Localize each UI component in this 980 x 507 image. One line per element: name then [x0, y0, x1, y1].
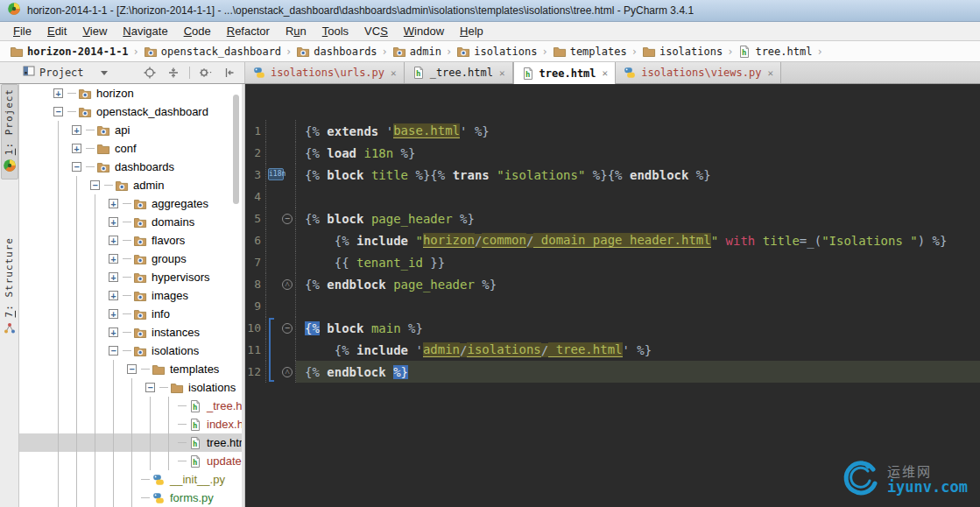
menu-refactor[interactable]: Refactor [219, 23, 278, 39]
breadcrumb-item-openstack_dashboard[interactable]: openstack_dashboard [141, 44, 284, 60]
fold-end-icon[interactable]: ˄ [282, 279, 293, 290]
breadcrumb-item-isolations[interactable]: isolations [454, 44, 539, 60]
settings-gear-button[interactable] [196, 64, 215, 81]
menu-edit[interactable]: Edit [39, 23, 74, 39]
tree-item-aggregates[interactable]: +aggregates [19, 194, 242, 213]
html-icon: h [188, 454, 202, 468]
tree-indent-guide [49, 213, 67, 231]
tree-item-isolations[interactable]: −isolations [19, 378, 242, 397]
menu-help[interactable]: Help [452, 23, 491, 39]
tree-item-hypervisors[interactable]: +hypervisors [19, 268, 242, 286]
breadcrumb-item-dashboards[interactable]: dashboards [293, 44, 379, 60]
tree-indent-guide [168, 415, 169, 433]
breadcrumb-item-admin[interactable]: admin [390, 44, 444, 60]
tree-item-instances[interactable]: +instances [19, 323, 242, 342]
menu-tools[interactable]: Tools [314, 23, 356, 39]
tree-item-updatehos[interactable]: hupdateHos [19, 452, 242, 470]
hide-panel-button[interactable] [220, 64, 239, 81]
tree-item-_tree-html[interactable]: h_tree.html [19, 397, 242, 415]
menu-file[interactable]: File [5, 23, 39, 39]
menu-run[interactable]: Run [278, 23, 314, 39]
menu-window[interactable]: Window [396, 23, 452, 39]
tree-item-horizon[interactable]: +horizon [19, 84, 242, 102]
stripe-tab-structure[interactable]: 7: Structure [1, 234, 18, 341]
fold-end-icon[interactable]: ˄ [282, 367, 293, 377]
code-text[interactable]: {% block main %} [296, 317, 980, 339]
tree-item-__init__-py[interactable]: __init__.py [19, 470, 242, 489]
editor-tab-_tree-html[interactable]: h_tree.html✕ [405, 62, 513, 83]
code-text[interactable]: {% load i18n %} [296, 142, 980, 164]
gutter-cell [266, 251, 296, 273]
collapse-toggle[interactable]: − [145, 383, 155, 392]
tree-scrollbar-thumb[interactable] [233, 95, 239, 204]
tree-item-templates[interactable]: −templates [19, 360, 242, 378]
editor-tab-isolations-views-py[interactable]: isolations\views.py✕ [616, 62, 781, 83]
fold-start-icon[interactable]: − [282, 323, 293, 334]
breadcrumb-item-horizon-2014-1-1[interactable]: horizon-2014-1-1 [7, 44, 131, 60]
tree-item-groups[interactable]: +groups [19, 250, 242, 268]
breadcrumb-item-isolations[interactable]: isolations [639, 44, 725, 60]
expand-toggle[interactable]: + [109, 291, 118, 300]
code-text[interactable] [296, 295, 980, 317]
code-text[interactable]: {% block title %}{% trans "isolations" %… [296, 164, 980, 186]
code-text[interactable]: {% include 'admin/isolations/_tree.html'… [296, 339, 980, 361]
expand-toggle[interactable]: + [72, 144, 81, 153]
code-text[interactable]: {% endblock page_header %} [296, 273, 980, 295]
menu-view[interactable]: View [74, 23, 115, 39]
i18n-gutter-icon[interactable]: i18n [268, 168, 284, 180]
collapse-toggle[interactable]: − [127, 364, 137, 374]
tree-item-flavors[interactable]: +flavors [19, 231, 242, 250]
tree-item-images[interactable]: +images [19, 286, 242, 305]
code-text[interactable]: {% endblock %} [296, 361, 980, 383]
stripe-tab-project[interactable]: 1: Project [1, 84, 18, 180]
tree-item-label: openstack_dashboard [96, 105, 208, 118]
tree-item-dashboards[interactable]: −dashboards [19, 158, 242, 176]
tree-item-openstack_dashboard[interactable]: −openstack_dashboard [19, 102, 242, 121]
tree-indent-guide [67, 489, 86, 507]
collapse-toggle[interactable]: − [109, 346, 118, 356]
tree-item-info[interactable]: +info [19, 305, 242, 323]
breadcrumb-item-tree-html[interactable]: htree.html [735, 44, 814, 60]
tree-item-api[interactable]: +api [19, 121, 242, 139]
code-text[interactable]: {{ tenant_id }} [296, 251, 980, 273]
tree-item-forms-py[interactable]: forms.py [19, 489, 242, 507]
expand-toggle[interactable]: + [109, 217, 118, 227]
tab-close-icon[interactable]: ✕ [391, 67, 397, 79]
editor-tab-tree-html[interactable]: htree.html✕ [513, 62, 617, 84]
fold-start-icon[interactable]: − [282, 214, 293, 224]
expand-toggle[interactable]: + [53, 88, 63, 98]
locate-file-button[interactable] [140, 64, 159, 81]
expand-toggle[interactable]: + [72, 125, 81, 135]
editor-tab-isolations-urls-py[interactable]: isolations\urls.py✕ [245, 62, 405, 83]
code-text[interactable] [296, 186, 980, 208]
tab-close-icon[interactable]: ✕ [767, 67, 773, 79]
tree-item-isolations[interactable]: −isolations [19, 342, 242, 360]
menu-code[interactable]: Code [176, 23, 219, 39]
tree-item-domains[interactable]: +domains [19, 213, 242, 231]
collapse-toggle[interactable]: − [72, 162, 81, 172]
tab-close-icon[interactable]: ✕ [603, 67, 609, 79]
tree-item-index-html[interactable]: hindex.html [19, 415, 242, 433]
menu-navigate[interactable]: Navigate [115, 23, 175, 39]
collapse-all-button[interactable] [164, 64, 183, 81]
expand-toggle[interactable]: + [109, 272, 118, 282]
code-text[interactable]: {% block page_header %} [296, 208, 980, 229]
tab-close-icon[interactable]: ✕ [499, 67, 505, 79]
editor-pane[interactable]: 1{% extends 'base.html' %}2{% load i18n … [245, 84, 980, 507]
code-text[interactable]: {% extends 'base.html' %} [296, 120, 980, 142]
collapse-toggle[interactable]: − [90, 180, 100, 190]
expand-toggle[interactable]: + [109, 236, 118, 245]
expand-toggle[interactable]: + [109, 254, 118, 264]
tree-item-tree-html[interactable]: htree.html [19, 433, 242, 452]
menu-vcs[interactable]: VCS [356, 23, 396, 39]
tree-item-conf[interactable]: +conf [19, 139, 242, 158]
expand-toggle[interactable]: + [109, 327, 118, 337]
code-text[interactable]: {% include "horizon/common/_domain_page_… [296, 229, 980, 251]
breadcrumb-item-templates[interactable]: templates [550, 44, 630, 60]
expand-toggle[interactable]: + [109, 199, 118, 208]
tree-item-admin[interactable]: −admin [19, 176, 242, 194]
tree-indent-guide [168, 397, 169, 415]
expand-toggle[interactable]: + [109, 309, 118, 319]
collapse-toggle[interactable]: − [53, 107, 63, 116]
project-view-dropdown-icon[interactable] [101, 71, 108, 75]
